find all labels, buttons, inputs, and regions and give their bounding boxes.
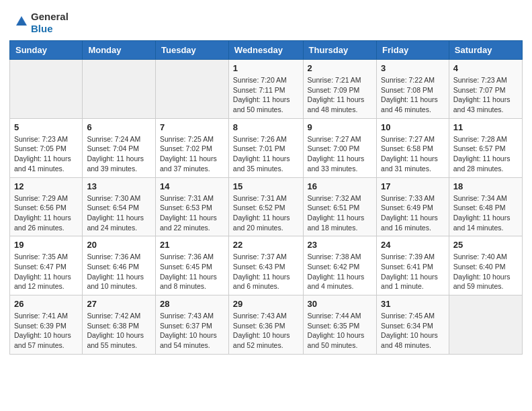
day-cell: 8Sunrise: 7:26 AMSunset: 7:01 PMDaylight…: [228, 118, 303, 177]
day-info: Sunrise: 7:23 AMSunset: 7:05 PMDaylight:…: [14, 134, 78, 174]
day-cell: 27Sunrise: 7:42 AMSunset: 6:38 PMDayligh…: [83, 295, 156, 355]
day-cell: 2Sunrise: 7:21 AMSunset: 7:09 PMDaylight…: [303, 60, 376, 119]
day-info: Sunrise: 7:23 AMSunset: 7:07 PMDaylight:…: [453, 75, 518, 115]
day-info: Sunrise: 7:36 AMSunset: 6:46 PMDaylight:…: [87, 252, 151, 291]
day-number: 7: [160, 122, 224, 132]
day-header-monday: Monday: [83, 41, 156, 60]
day-cell: 25Sunrise: 7:40 AMSunset: 6:40 PMDayligh…: [449, 236, 522, 295]
day-info: Sunrise: 7:29 AMSunset: 6:56 PMDaylight:…: [14, 193, 78, 233]
day-cell: 7Sunrise: 7:25 AMSunset: 7:02 PMDaylight…: [156, 118, 229, 177]
day-cell: 17Sunrise: 7:33 AMSunset: 6:49 PMDayligh…: [377, 177, 449, 236]
day-number: 15: [233, 181, 299, 191]
day-info: Sunrise: 7:34 AMSunset: 6:48 PMDaylight:…: [453, 193, 518, 233]
day-header-saturday: Saturday: [449, 41, 522, 60]
day-cell: 26Sunrise: 7:41 AMSunset: 6:39 PMDayligh…: [10, 295, 83, 355]
day-number: 27: [87, 299, 151, 309]
day-info: Sunrise: 7:31 AMSunset: 6:53 PMDaylight:…: [160, 193, 224, 233]
day-header-thursday: Thursday: [303, 41, 376, 60]
day-cell: 9Sunrise: 7:27 AMSunset: 7:00 PMDaylight…: [303, 118, 376, 177]
day-info: Sunrise: 7:21 AMSunset: 7:09 PMDaylight:…: [308, 75, 372, 115]
day-number: 10: [381, 122, 445, 132]
day-cell: 19Sunrise: 7:35 AMSunset: 6:47 PMDayligh…: [10, 236, 83, 295]
day-number: 3: [381, 63, 445, 73]
day-info: Sunrise: 7:38 AMSunset: 6:42 PMDaylight:…: [308, 252, 372, 291]
day-number: 19: [14, 240, 78, 250]
day-header-tuesday: Tuesday: [156, 41, 229, 60]
day-cell: [83, 60, 156, 119]
day-info: Sunrise: 7:33 AMSunset: 6:49 PMDaylight:…: [381, 193, 445, 233]
day-info: Sunrise: 7:43 AMSunset: 6:36 PMDaylight:…: [233, 311, 299, 351]
day-cell: 30Sunrise: 7:44 AMSunset: 6:35 PMDayligh…: [303, 295, 376, 355]
day-cell: 18Sunrise: 7:34 AMSunset: 6:48 PMDayligh…: [449, 177, 522, 236]
day-info: Sunrise: 7:22 AMSunset: 7:08 PMDaylight:…: [381, 75, 445, 115]
day-number: 31: [381, 299, 445, 309]
day-cell: 24Sunrise: 7:39 AMSunset: 6:41 PMDayligh…: [377, 236, 449, 295]
day-number: 4: [453, 63, 518, 73]
day-cell: 6Sunrise: 7:24 AMSunset: 7:04 PMDaylight…: [83, 118, 156, 177]
day-info: Sunrise: 7:37 AMSunset: 6:43 PMDaylight:…: [233, 252, 299, 291]
day-number: 22: [233, 240, 299, 250]
week-row-3: 12Sunrise: 7:29 AMSunset: 6:56 PMDayligh…: [10, 177, 523, 236]
day-cell: 22Sunrise: 7:37 AMSunset: 6:43 PMDayligh…: [228, 236, 303, 295]
day-info: Sunrise: 7:43 AMSunset: 6:37 PMDaylight:…: [160, 311, 224, 351]
day-info: Sunrise: 7:42 AMSunset: 6:38 PMDaylight:…: [87, 311, 151, 351]
day-cell: 12Sunrise: 7:29 AMSunset: 6:56 PMDayligh…: [10, 177, 83, 236]
day-cell: 1Sunrise: 7:20 AMSunset: 7:11 PMDaylight…: [228, 60, 303, 119]
day-info: Sunrise: 7:44 AMSunset: 6:35 PMDaylight:…: [308, 311, 372, 351]
logo-icon: [15, 15, 28, 28]
day-cell: [156, 60, 229, 119]
day-number: 28: [160, 299, 224, 309]
logo-blue: Blue: [31, 23, 69, 35]
day-cell: 15Sunrise: 7:31 AMSunset: 6:52 PMDayligh…: [228, 177, 303, 236]
day-cell: 11Sunrise: 7:28 AMSunset: 6:57 PMDayligh…: [449, 118, 522, 177]
day-number: 2: [308, 63, 372, 73]
day-header-row: SundayMondayTuesdayWednesdayThursdayFrid…: [10, 41, 523, 60]
day-number: 5: [14, 122, 78, 132]
logo-general: General: [31, 11, 69, 23]
day-number: 11: [453, 122, 518, 132]
day-header-sunday: Sunday: [10, 41, 83, 60]
day-cell: 14Sunrise: 7:31 AMSunset: 6:53 PMDayligh…: [156, 177, 229, 236]
day-info: Sunrise: 7:36 AMSunset: 6:45 PMDaylight:…: [160, 252, 224, 291]
week-row-2: 5Sunrise: 7:23 AMSunset: 7:05 PMDaylight…: [10, 118, 523, 177]
week-row-4: 19Sunrise: 7:35 AMSunset: 6:47 PMDayligh…: [10, 236, 523, 295]
calendar-table: SundayMondayTuesdayWednesdayThursdayFrid…: [9, 40, 523, 355]
day-number: 16: [308, 181, 372, 191]
day-cell: 31Sunrise: 7:45 AMSunset: 6:34 PMDayligh…: [377, 295, 449, 355]
day-cell: [449, 295, 522, 355]
day-cell: 23Sunrise: 7:38 AMSunset: 6:42 PMDayligh…: [303, 236, 376, 295]
day-info: Sunrise: 7:40 AMSunset: 6:40 PMDaylight:…: [453, 252, 518, 291]
day-cell: 4Sunrise: 7:23 AMSunset: 7:07 PMDaylight…: [449, 60, 522, 119]
day-info: Sunrise: 7:35 AMSunset: 6:47 PMDaylight:…: [14, 252, 78, 291]
day-number: 8: [233, 122, 299, 132]
day-number: 20: [87, 240, 151, 250]
day-info: Sunrise: 7:31 AMSunset: 6:52 PMDaylight:…: [233, 193, 299, 233]
day-number: 17: [381, 181, 445, 191]
day-cell: 13Sunrise: 7:30 AMSunset: 6:54 PMDayligh…: [83, 177, 156, 236]
day-info: Sunrise: 7:20 AMSunset: 7:11 PMDaylight:…: [233, 75, 299, 115]
week-row-5: 26Sunrise: 7:41 AMSunset: 6:39 PMDayligh…: [10, 295, 523, 355]
day-cell: 29Sunrise: 7:43 AMSunset: 6:36 PMDayligh…: [228, 295, 303, 355]
day-info: Sunrise: 7:39 AMSunset: 6:41 PMDaylight:…: [381, 252, 445, 291]
day-number: 24: [381, 240, 445, 250]
day-info: Sunrise: 7:28 AMSunset: 6:57 PMDaylight:…: [453, 134, 518, 174]
page-header: General Blue: [0, 0, 532, 40]
day-cell: 21Sunrise: 7:36 AMSunset: 6:45 PMDayligh…: [156, 236, 229, 295]
day-info: Sunrise: 7:25 AMSunset: 7:02 PMDaylight:…: [160, 134, 224, 174]
day-info: Sunrise: 7:41 AMSunset: 6:39 PMDaylight:…: [14, 311, 78, 351]
day-cell: 16Sunrise: 7:32 AMSunset: 6:51 PMDayligh…: [303, 177, 376, 236]
day-info: Sunrise: 7:27 AMSunset: 7:00 PMDaylight:…: [308, 134, 372, 174]
day-cell: 28Sunrise: 7:43 AMSunset: 6:37 PMDayligh…: [156, 295, 229, 355]
day-number: 29: [233, 299, 299, 309]
day-number: 13: [87, 181, 151, 191]
day-cell: [10, 60, 83, 119]
day-number: 1: [233, 63, 299, 73]
day-number: 12: [14, 181, 78, 191]
day-number: 25: [453, 240, 518, 250]
logo: General Blue: [13, 11, 69, 35]
day-number: 18: [453, 181, 518, 191]
day-header-friday: Friday: [377, 41, 449, 60]
day-info: Sunrise: 7:45 AMSunset: 6:34 PMDaylight:…: [381, 311, 445, 351]
day-info: Sunrise: 7:24 AMSunset: 7:04 PMDaylight:…: [87, 134, 151, 174]
calendar-container: SundayMondayTuesdayWednesdayThursdayFrid…: [0, 40, 532, 364]
